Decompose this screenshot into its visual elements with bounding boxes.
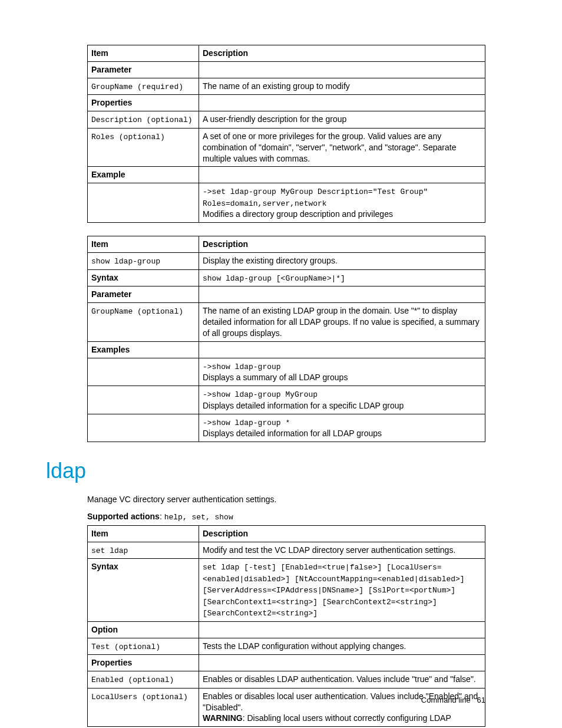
cell-item [88,386,199,414]
cell-item: GroupName (optional) [88,303,199,342]
table-body: ParameterGroupName (required)The name of… [88,61,485,222]
cell-desc: Tests the LDAP configuration without app… [199,638,485,655]
cell-item: Properties [88,95,199,111]
cell-item: Properties [88,655,199,671]
table-row: ->show ldap-group *Displays detailed inf… [88,414,485,442]
header-desc: Description [199,525,485,542]
cell-desc: show ldap-group [<GroupName>|*] [199,269,485,286]
table-row: Example [88,167,485,183]
cell-item: Syntax [88,559,199,622]
table-row: Parameter [88,286,485,303]
header-item: Item [88,45,199,62]
footer-label: Command line [421,696,471,704]
table-row: Test (optional)Tests the LDAP configurat… [88,638,485,655]
intro-text: Manage VC directory server authenticatio… [87,494,485,506]
table-row: Syntaxset ldap [-test] [Enabled=<true|fa… [88,559,485,622]
table-row: Syntaxshow ldap-group [<GroupName>|*] [88,269,485,286]
cell-desc [199,95,485,111]
cell-item: Roles (optional) [88,128,199,167]
cell-desc [199,61,485,78]
table-header-row: Item Description [88,236,485,253]
table-header-row: Item Description [88,45,485,62]
cell-desc: A user-friendly description for the grou… [199,111,485,129]
cell-desc: Display the existing directory groups. [199,253,485,270]
cell-item: Example [88,167,199,183]
header-desc: Description [199,236,485,253]
footer-page: 61 [477,696,485,704]
section-heading-ldap: ldap [46,459,485,483]
cell-desc: A set of one or more privileges for the … [199,128,485,167]
cell-desc [199,286,485,303]
table-row: Description (optional)A user-friendly de… [88,111,485,129]
cell-item: GroupName (required) [88,78,199,95]
table-row: Option [88,621,485,638]
page-footer: Command line 61 [421,696,485,704]
table-header-row: Item Description [88,525,485,542]
table-row: set ldapModify and test the VC LDAP dire… [88,542,485,559]
supported-actions-line: Supported actions: help, set, show [87,512,485,522]
table-row: ->show ldap-group MyGroupDisplays detail… [88,386,485,414]
cell-item [88,358,199,386]
cell-item: Enabled (optional) [88,671,199,689]
table-show-ldap-group: Item Description show ldap-groupDisplay … [87,236,485,442]
cell-desc: set ldap [-test] [Enabled=<true|false>] … [199,559,485,622]
cell-desc: The name of an existing LDAP group in th… [199,303,485,342]
cell-desc: ->show ldap-groupDisplays a summary of a… [199,358,485,386]
cell-desc [199,655,485,671]
table-row: Enabled (optional)Enables or disables LD… [88,671,485,689]
cell-item: Parameter [88,61,199,78]
cell-desc [199,621,485,638]
cell-desc: ->show ldap-group *Displays detailed inf… [199,414,485,442]
supported-label: Supported actions [87,512,160,521]
table-row: Roles (optional)A set of one or more pri… [88,128,485,167]
cell-item: Description (optional) [88,111,199,129]
cell-desc: ->set ldap-group MyGroup Description="Te… [199,183,485,223]
cell-item: Option [88,621,199,638]
table-row: GroupName (optional)The name of an exist… [88,303,485,342]
cell-desc [199,341,485,358]
cell-item: LocalUsers (optional) [88,688,199,727]
cell-desc: Enables or disables LDAP authentication.… [199,671,485,689]
header-desc: Description [199,45,485,62]
cell-desc: ->show ldap-group MyGroupDisplays detail… [199,386,485,414]
table-row: ->set ldap-group MyGroup Description="Te… [88,183,485,223]
header-item: Item [88,525,199,542]
header-item: Item [88,236,199,253]
cell-item: set ldap [88,542,199,559]
table-set-ldap-group: Item Description ParameterGroupName (req… [87,45,485,223]
table-row: Examples [88,341,485,358]
cell-desc: The name of an existing group to modify [199,78,485,95]
cell-item: Test (optional) [88,638,199,655]
cell-item [88,183,199,223]
cell-item: Syntax [88,269,199,286]
table-row: show ldap-groupDisplay the existing dire… [88,253,485,270]
table-row: Properties [88,655,485,671]
table-row: GroupName (required)The name of an exist… [88,78,485,95]
cell-item: show ldap-group [88,253,199,270]
cell-desc [199,167,485,183]
table-row: ->show ldap-groupDisplays a summary of a… [88,358,485,386]
table-body: show ldap-groupDisplay the existing dire… [88,253,485,442]
cell-desc: Modify and test the VC LDAP directory se… [199,542,485,559]
table-row: LocalUsers (optional)Enables or disables… [88,688,485,727]
cell-item: Examples [88,341,199,358]
table-row: Properties [88,95,485,111]
cell-item [88,414,199,442]
supported-actions: help, set, show [164,513,233,522]
table-row: Parameter [88,61,485,78]
cell-desc: Enables or disables local user authentic… [199,688,485,727]
cell-item: Parameter [88,286,199,303]
